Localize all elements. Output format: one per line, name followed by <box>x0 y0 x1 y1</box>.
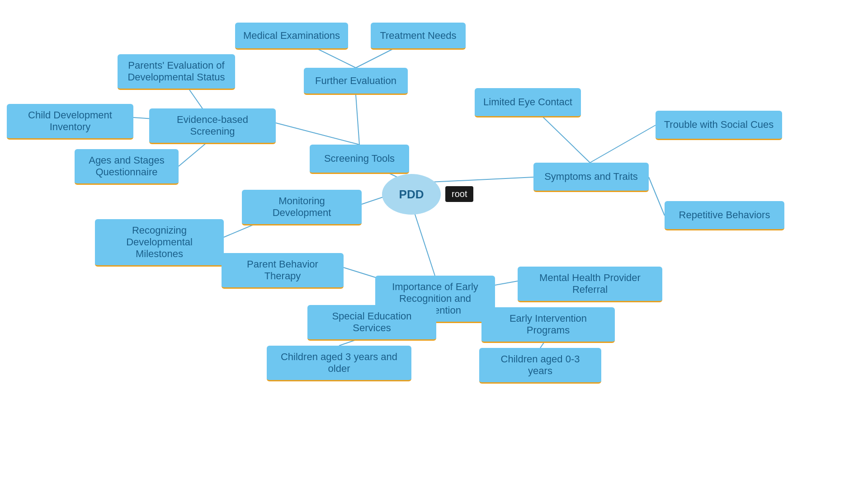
repetitive-behaviors-node[interactable]: Repetitive Behaviors <box>665 201 784 230</box>
svg-line-5 <box>276 123 359 145</box>
monitoring-development-node[interactable]: Monitoring Development <box>242 190 362 225</box>
limited-eye-contact-node[interactable]: Limited Eye Contact <box>475 88 581 117</box>
further-evaluation-node[interactable]: Further Evaluation <box>304 68 408 95</box>
parents-evaluation-node[interactable]: Parents' Evaluation of Developmental Sta… <box>118 54 235 90</box>
svg-line-4 <box>356 95 359 145</box>
children-3-older-node[interactable]: Children aged 3 years and older <box>267 346 411 381</box>
early-intervention-programs-node[interactable]: Early Intervention Programs <box>481 307 615 343</box>
root-label: root <box>445 186 473 202</box>
root-node[interactable]: PDD <box>382 174 441 215</box>
svg-line-13 <box>649 177 665 216</box>
parent-behavior-therapy-node[interactable]: Parent Behavior Therapy <box>222 253 344 289</box>
treatment-needs-node[interactable]: Treatment Needs <box>371 23 466 50</box>
svg-line-12 <box>590 125 656 163</box>
recognizing-milestones-node[interactable]: Recognizing Developmental Milestones <box>95 219 224 267</box>
special-education-node[interactable]: Special Education Services <box>307 305 436 341</box>
ages-stages-node[interactable]: Ages and Stages Questionnaire <box>75 149 179 185</box>
screening-tools-node[interactable]: Screening Tools <box>310 145 409 174</box>
child-development-inventory-node[interactable]: Child Development Inventory <box>7 104 133 140</box>
trouble-social-cues-node[interactable]: Trouble with Social Cues <box>656 111 782 140</box>
symptoms-traits-node[interactable]: Symptoms and Traits <box>533 163 649 192</box>
mental-health-referral-node[interactable]: Mental Health Provider Referral <box>518 267 662 302</box>
children-0-3-node[interactable]: Children aged 0-3 years <box>479 348 601 384</box>
medical-examinations-node[interactable]: Medical Examinations <box>235 23 348 50</box>
evidence-based-screening-node[interactable]: Evidence-based Screening <box>149 108 276 144</box>
